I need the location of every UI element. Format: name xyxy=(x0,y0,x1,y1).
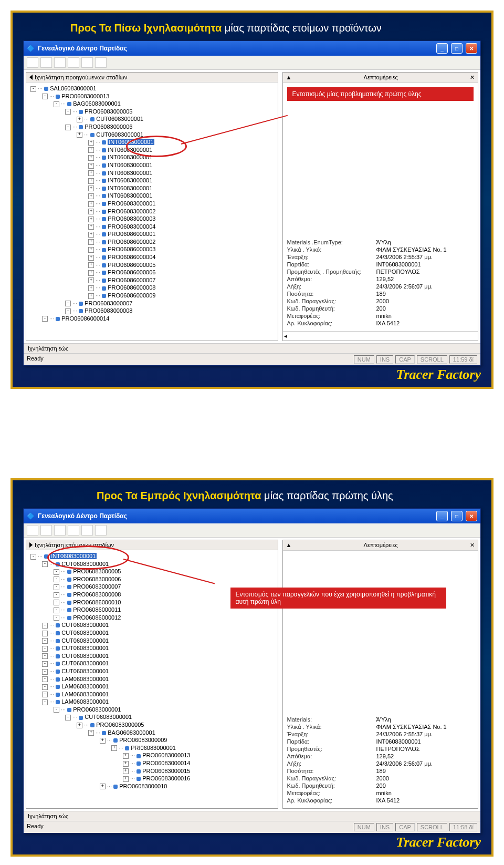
tree-expander[interactable]: + xyxy=(100,738,106,744)
tree-node[interactable]: -··· PRO06083000001 xyxy=(26,706,278,714)
close-button[interactable]: ✕ xyxy=(466,43,477,54)
tree-node[interactable]: -··· BAG06083000001 xyxy=(26,100,278,108)
tree-expander[interactable]: + xyxy=(88,193,94,199)
tree-node[interactable]: -··· LAM06083000001 xyxy=(26,675,278,683)
tree-expander[interactable]: + xyxy=(88,285,94,291)
tree-expander[interactable]: - xyxy=(54,592,59,598)
tree-node[interactable]: +··· PRO06083000015 xyxy=(26,767,278,775)
tree-node[interactable]: +··· PRO06083000002 xyxy=(26,208,278,215)
tree-node[interactable]: +··· INT06083000001 xyxy=(26,184,278,192)
tree-expander[interactable]: + xyxy=(123,768,129,774)
tree-node[interactable]: -··· LAM06083000001 xyxy=(26,683,278,691)
tree-expander[interactable]: - xyxy=(42,638,48,644)
tree-node[interactable]: +··· BAG06083000001 xyxy=(26,729,278,737)
tree-node[interactable]: -··· CUT06083000001 xyxy=(26,644,278,652)
tree-expander[interactable]: + xyxy=(88,201,94,207)
toolbar-button[interactable] xyxy=(27,525,38,536)
minimize-button[interactable]: _ xyxy=(436,43,448,54)
expand-icon[interactable]: ▲ xyxy=(286,542,292,549)
tree-node[interactable]: +··· PRO06083000009 xyxy=(26,736,278,744)
tree-node[interactable]: +··· INT06083000001 xyxy=(26,161,278,169)
tree-node[interactable]: -··· CUT06083000001 xyxy=(26,660,278,667)
tree-expander[interactable]: - xyxy=(42,623,48,629)
tree-expander[interactable]: - xyxy=(42,631,48,636)
tree-expander[interactable]: - xyxy=(42,684,48,690)
tree-expander[interactable]: - xyxy=(42,646,48,652)
tree-expander[interactable]: + xyxy=(88,239,94,245)
tree-node[interactable]: -··· PRO06083000005 xyxy=(26,568,278,575)
tree-expander[interactable]: + xyxy=(88,232,94,238)
tree-node[interactable]: +··· PRO06086000003 xyxy=(26,245,278,253)
expand-icon[interactable]: ▲ xyxy=(286,74,292,81)
tree-pane[interactable]: Ιχνηλάτηση επόμενων σταδίων -··· INT0608… xyxy=(26,540,278,809)
tree-node[interactable]: +··· PRO06083000013 xyxy=(26,751,278,759)
tree-expander[interactable]: + xyxy=(88,178,94,184)
tree-expander[interactable]: + xyxy=(77,117,82,122)
tree-expander[interactable]: + xyxy=(88,140,94,146)
tree-node[interactable]: +··· INT06083000001 xyxy=(26,192,278,200)
toolbar-button[interactable] xyxy=(81,525,93,536)
expand-icon[interactable] xyxy=(29,542,33,548)
tree-node[interactable]: +··· INT06083000001 xyxy=(26,146,278,154)
tree-node[interactable]: -··· SAL06083000001 xyxy=(26,85,278,92)
tree-expander[interactable]: + xyxy=(88,730,94,736)
tree-node[interactable]: -··· PRO06083000006 xyxy=(26,123,278,131)
tree-expander[interactable]: + xyxy=(88,247,94,253)
tree-node[interactable]: +··· PRI06083000001 xyxy=(26,744,278,752)
tree-expander[interactable]: - xyxy=(42,653,48,659)
collapse-icon[interactable] xyxy=(29,75,33,80)
tree-node[interactable]: -··· CUT06083000001 xyxy=(26,637,278,645)
tree-expander[interactable]: + xyxy=(123,776,129,782)
tree-node[interactable]: -··· PRO06086000014 xyxy=(26,315,278,323)
tree-expander[interactable]: + xyxy=(88,262,94,268)
tree-node[interactable]: -··· LAM06083000001 xyxy=(26,691,278,698)
toolbar-button[interactable] xyxy=(81,57,93,68)
tree-node[interactable]: +··· PRO06083000005 xyxy=(26,721,278,729)
toolbar-button[interactable] xyxy=(68,57,79,68)
tree-expander[interactable]: - xyxy=(54,101,59,107)
tree-node[interactable]: +··· PRO06083000003 xyxy=(26,215,278,223)
tree-node[interactable]: -··· PRO06083000013 xyxy=(26,92,278,100)
close-panel-icon[interactable]: ✕ xyxy=(470,542,475,549)
tree-node[interactable]: +··· INT06083000001 xyxy=(26,169,278,177)
tree-node[interactable]: -··· PRO06083000008 xyxy=(26,307,278,315)
tree-node[interactable]: +··· PRO06086000004 xyxy=(26,253,278,261)
tree-node[interactable]: +··· INT06083000001 xyxy=(26,153,278,161)
tree-node[interactable]: +··· PRO06083000001 xyxy=(26,200,278,208)
tree-expander[interactable]: - xyxy=(54,576,59,582)
tree-expander[interactable]: - xyxy=(30,554,36,560)
tree-node[interactable]: -··· LAM06083000001 xyxy=(26,698,278,706)
tree-expander[interactable]: + xyxy=(100,784,106,789)
tree-node[interactable]: -··· PRO06083000005 xyxy=(26,108,278,116)
tree-expander[interactable]: + xyxy=(88,217,94,222)
tree-node[interactable]: -··· INT06083000001 xyxy=(26,552,278,560)
tree-node[interactable]: +··· CUT06083000001 xyxy=(26,131,278,139)
close-button[interactable]: ✕ xyxy=(466,511,477,521)
tree-node[interactable]: +··· PRO06086000005 xyxy=(26,261,278,269)
tree-expander[interactable]: + xyxy=(88,147,94,153)
horizontal-scrollbar[interactable]: ◂ xyxy=(283,331,478,341)
toolbar-button[interactable] xyxy=(54,57,66,68)
tree-expander[interactable]: - xyxy=(54,569,59,575)
toolbar-button[interactable] xyxy=(95,525,107,536)
tree-expander[interactable]: - xyxy=(42,561,48,567)
tree-expander[interactable]: - xyxy=(54,707,59,713)
maximize-button[interactable]: □ xyxy=(451,43,463,54)
tree-node[interactable]: -··· CUT06083000001 xyxy=(26,667,278,675)
tree-node[interactable]: +··· PRO06083000016 xyxy=(26,775,278,782)
tree-expander[interactable]: - xyxy=(54,615,59,621)
tree-expander[interactable]: - xyxy=(42,669,48,675)
tree-node[interactable]: -··· CUT06083000001 xyxy=(26,652,278,660)
tree-node[interactable]: +··· PRO06083000014 xyxy=(26,759,278,767)
maximize-button[interactable]: □ xyxy=(451,511,463,521)
tree-expander[interactable]: - xyxy=(65,109,71,115)
tree-expander[interactable]: + xyxy=(88,155,94,161)
tree-expander[interactable]: - xyxy=(42,699,48,705)
tree-node[interactable]: +··· PRO06086000002 xyxy=(26,238,278,246)
tree-expander[interactable]: - xyxy=(65,308,71,314)
close-panel-icon[interactable]: ✕ xyxy=(470,74,475,81)
footer-tab[interactable]: Ιχνηλάτηση εώς xyxy=(24,343,480,353)
tree-node[interactable]: -··· CUT06083000001 xyxy=(26,629,278,637)
toolbar-button[interactable] xyxy=(54,525,66,536)
tree-expander[interactable]: - xyxy=(54,584,59,590)
